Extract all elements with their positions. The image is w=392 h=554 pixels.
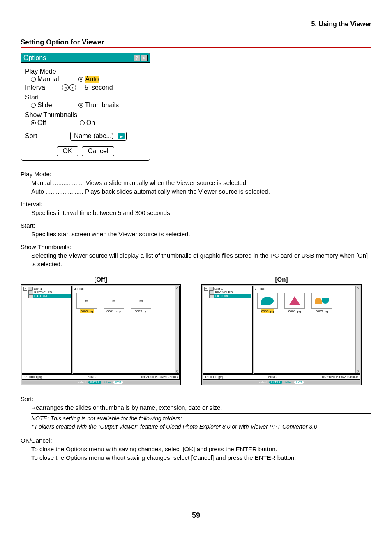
thumb-item[interactable]: 0002.jpg xyxy=(311,293,332,313)
scrollbar[interactable]: △ ▽ xyxy=(355,286,360,373)
status-right: 08/21/2005 06/29 263KB xyxy=(322,375,358,379)
desc-start: Specifies start screen when the Viewer s… xyxy=(31,230,371,238)
options-dialog: Options ? × Play Mode Manual Auto Interv… xyxy=(21,53,150,161)
manual-label: Manual xyxy=(37,76,59,83)
file-icon: ▭ xyxy=(104,293,124,309)
hint-bar: select : ENTER folder : EXIT xyxy=(22,381,180,384)
interval-value: 5 xyxy=(80,84,88,91)
close-icon[interactable]: × xyxy=(141,55,148,61)
file-icon: ▭ xyxy=(76,293,97,309)
thumb-name: 0000.jpg xyxy=(261,309,275,313)
term-showthumb: Show Thumbnails: xyxy=(21,242,371,251)
status-bar: 1/3 0000.jpg 60KB 08/21/2005 06/29 263KB xyxy=(22,374,180,380)
folder-icon xyxy=(28,287,33,291)
folder-icon xyxy=(209,294,214,298)
desc-playmode-auto: Auto ...................... Plays back s… xyxy=(31,187,371,196)
radio-thumbnails[interactable] xyxy=(78,103,83,108)
radio-slide[interactable] xyxy=(31,103,36,108)
scroll-down-icon[interactable]: ▽ xyxy=(176,369,178,373)
chapter-title: 5. Using the Viewer xyxy=(311,21,371,28)
scroll-up-icon[interactable]: △ xyxy=(357,286,359,290)
desc-showthumb: Selecting the Viewer source will display… xyxy=(31,251,371,268)
off-label: Off xyxy=(37,119,46,127)
desc-interval: Specifies interval time between 5 and 30… xyxy=(31,208,371,217)
showthumb-label: Show Thumbnails xyxy=(25,111,146,119)
term-interval: Interval: xyxy=(21,200,371,208)
scroll-up-icon[interactable]: △ xyxy=(176,286,178,290)
tree-item-slot[interactable]: − Slot 1 xyxy=(23,287,71,291)
on-label: On xyxy=(86,119,95,127)
term-playmode: Play Mode: xyxy=(21,170,371,178)
thumb-item[interactable]: 0001.jpg xyxy=(284,293,305,313)
thumb-name: 0001.bmp xyxy=(106,309,122,313)
dialog-title: Options xyxy=(23,54,46,62)
files-count: 3 Files xyxy=(74,287,178,291)
sort-label: Sort xyxy=(25,132,70,140)
term-start: Start: xyxy=(21,221,371,230)
thumb-name: 0001.jpg xyxy=(288,309,302,313)
radio-auto[interactable] xyxy=(78,77,83,82)
example-off-label: [Off] xyxy=(94,276,107,283)
sort-value: Name (abc...) xyxy=(74,132,114,140)
files-count: 3 Files xyxy=(255,287,359,291)
folder-icon xyxy=(209,291,214,294)
file-icon: ▭ xyxy=(131,293,151,309)
thumb-item[interactable]: ▭ 0001.bmp xyxy=(104,293,124,313)
tree-item-recycled[interactable]: RECYCLED xyxy=(28,291,71,294)
folder-icon xyxy=(28,291,33,294)
thumb-name: 0000.jpg xyxy=(80,309,94,313)
status-mid: 60KB xyxy=(88,375,96,379)
interval-increase-icon[interactable]: ▸ xyxy=(69,84,76,91)
playmode-label: Play Mode xyxy=(25,68,146,75)
tree-panel: − Slot 1 RECYCLED PICTURE xyxy=(22,286,72,374)
auto-label: Auto xyxy=(85,76,99,83)
image-preview xyxy=(257,293,278,309)
interval-decrease-icon[interactable]: ◂ xyxy=(62,84,69,91)
interval-label: Interval xyxy=(25,84,62,91)
tree-item-picture-selected[interactable]: PICTURE xyxy=(209,294,251,298)
note-line1: NOTE: This setting is not available for … xyxy=(31,415,371,423)
ok-button[interactable]: OK xyxy=(57,146,78,156)
folder-icon xyxy=(28,294,33,298)
note-line2: * Folders created with the "Output Viewe… xyxy=(31,423,371,431)
section-title: Setting Option for Viewer xyxy=(21,38,371,46)
status-right: 08/21/2005 06/29 263KB xyxy=(141,375,178,379)
folder-icon xyxy=(209,287,214,291)
help-icon[interactable]: ? xyxy=(134,55,140,61)
slide-label: Slide xyxy=(37,102,52,109)
term-okcancel: OK/Cancel: xyxy=(21,436,371,445)
note-block: NOTE: This setting is not available for … xyxy=(31,413,371,432)
scroll-down-icon[interactable]: ▽ xyxy=(357,369,359,373)
term-sort: Sort: xyxy=(21,395,371,403)
thumbnails-label: Thumbnails xyxy=(85,102,119,109)
scrollbar[interactable]: △ ▽ xyxy=(175,286,179,373)
image-preview xyxy=(284,293,305,309)
viewer-window-on: − Slot 1 RECYCLED PICTURE 3 F xyxy=(201,284,362,385)
tree-item-picture-selected[interactable]: PICTURE xyxy=(28,294,71,298)
hint-bar: select : ENTER folder : EXIT xyxy=(203,381,360,384)
radio-manual[interactable] xyxy=(31,77,36,82)
interval-unit: second xyxy=(92,84,113,91)
thumb-item[interactable]: 0000.jpg xyxy=(257,293,278,313)
chevron-right-icon: ▸ xyxy=(118,133,125,139)
thumb-name: 0002.jpg xyxy=(134,309,148,313)
thumbs-panel: 3 Files 0000.jpg 0001.jpg xyxy=(254,286,360,374)
cancel-button[interactable]: Cancel xyxy=(82,146,115,156)
sort-dropdown[interactable]: Name (abc...) ▸ xyxy=(70,132,127,141)
dialog-titlebar: Options ? × xyxy=(21,53,150,63)
radio-on[interactable] xyxy=(80,120,85,125)
desc-sort: Rearranges the slides or thumbnails by n… xyxy=(31,403,371,412)
thumb-item[interactable]: ▭ 0002.jpg xyxy=(131,293,151,313)
section-underline xyxy=(21,47,371,48)
thumb-item[interactable]: ▭ 0000.jpg xyxy=(76,293,97,313)
desc-okcancel-2: To close the Options menu without saving… xyxy=(31,453,371,462)
image-preview xyxy=(311,293,332,309)
start-label: Start xyxy=(25,94,146,101)
tree-item-recycled[interactable]: RECYCLED xyxy=(209,291,251,294)
page-number: 59 xyxy=(21,511,371,520)
tree-item-slot[interactable]: − Slot 1 xyxy=(204,287,251,291)
desc-playmode-manual: Manual .................. Views a slide … xyxy=(31,178,371,187)
radio-off[interactable] xyxy=(31,120,36,125)
status-bar: 1/3 0000.jpg 60KB 08/21/2005 06/29 263KB xyxy=(203,374,360,380)
status-left: 1/3 0000.jpg xyxy=(24,375,42,379)
